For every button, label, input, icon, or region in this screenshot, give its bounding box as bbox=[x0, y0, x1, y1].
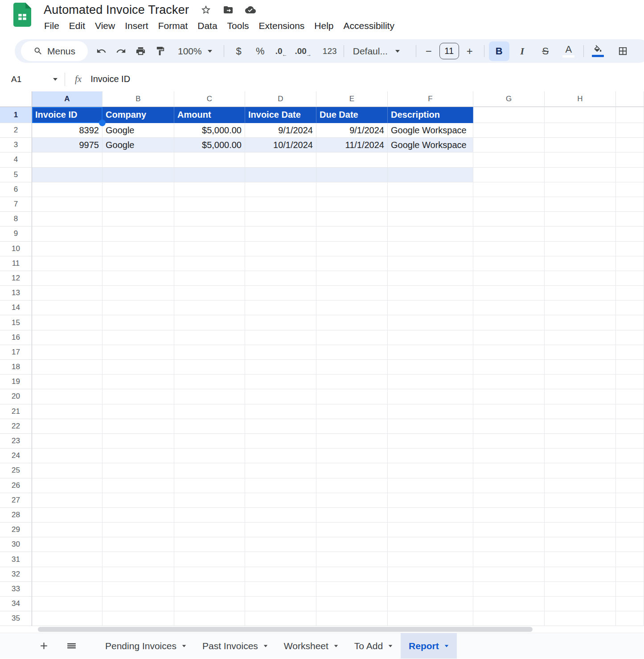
cell-X33[interactable] bbox=[616, 582, 644, 597]
cell-A26[interactable] bbox=[32, 478, 103, 493]
cell-E1[interactable]: Due Date bbox=[316, 107, 388, 123]
cell-A18[interactable] bbox=[32, 360, 103, 375]
cell-B26[interactable] bbox=[103, 478, 174, 493]
cell-A21[interactable] bbox=[32, 404, 103, 419]
row-header-13[interactable]: 13 bbox=[0, 286, 32, 301]
cell-E16[interactable] bbox=[316, 330, 388, 345]
cell-X15[interactable] bbox=[616, 315, 644, 330]
cell-B18[interactable] bbox=[103, 360, 174, 375]
cell-G16[interactable] bbox=[473, 330, 545, 345]
cell-F13[interactable] bbox=[388, 286, 473, 301]
cell-D17[interactable] bbox=[245, 345, 316, 360]
cell-H16[interactable] bbox=[545, 330, 616, 345]
cell-G8[interactable] bbox=[473, 212, 545, 227]
cell-A27[interactable] bbox=[32, 493, 103, 508]
cell-C14[interactable] bbox=[174, 301, 245, 315]
cell-B25[interactable] bbox=[103, 463, 174, 478]
cell-F32[interactable] bbox=[388, 567, 473, 582]
fill-color-button[interactable] bbox=[588, 41, 608, 61]
cell-X16[interactable] bbox=[616, 330, 644, 345]
cell-X12[interactable] bbox=[616, 271, 644, 286]
column-header-F[interactable]: F bbox=[388, 91, 473, 107]
format-currency-button[interactable]: $ bbox=[230, 41, 247, 61]
row-header-19[interactable]: 19 bbox=[0, 375, 32, 389]
cell-G7[interactable] bbox=[473, 197, 545, 212]
tab-past-invoices[interactable]: Past Invoices bbox=[194, 633, 276, 659]
cell-D26[interactable] bbox=[245, 478, 316, 493]
cell-B6[interactable] bbox=[103, 182, 174, 197]
column-header-H[interactable]: H bbox=[545, 91, 616, 107]
cell-E26[interactable] bbox=[316, 478, 388, 493]
cell-G25[interactable] bbox=[473, 463, 545, 478]
cell-X17[interactable] bbox=[616, 345, 644, 360]
cell-F25[interactable] bbox=[388, 463, 473, 478]
row-header-30[interactable]: 30 bbox=[0, 537, 32, 552]
text-color-button[interactable]: A bbox=[558, 41, 579, 61]
cell-C1[interactable]: Amount bbox=[174, 107, 245, 123]
cell-C33[interactable] bbox=[174, 582, 245, 597]
cell-H14[interactable] bbox=[545, 301, 616, 315]
cell-B31[interactable] bbox=[103, 552, 174, 567]
cell-E7[interactable] bbox=[316, 197, 388, 212]
cell-A2[interactable]: 8392 bbox=[32, 123, 103, 138]
cell-G30[interactable] bbox=[473, 537, 545, 552]
row-header-7[interactable]: 7 bbox=[0, 197, 32, 212]
cell-C30[interactable] bbox=[174, 537, 245, 552]
cell-D19[interactable] bbox=[245, 375, 316, 389]
formula-input[interactable]: Invoice ID bbox=[90, 74, 130, 84]
cell-H18[interactable] bbox=[545, 360, 616, 375]
cell-H9[interactable] bbox=[545, 227, 616, 241]
cell-F8[interactable] bbox=[388, 212, 473, 227]
cell-H31[interactable] bbox=[545, 552, 616, 567]
cell-E19[interactable] bbox=[316, 375, 388, 389]
cell-D5[interactable] bbox=[245, 168, 316, 182]
cell-B35[interactable] bbox=[103, 611, 174, 626]
cell-X2[interactable] bbox=[616, 123, 644, 138]
font-dropdown[interactable]: Defaul... bbox=[349, 41, 404, 61]
cell-F34[interactable] bbox=[388, 597, 473, 611]
cell-H5[interactable] bbox=[545, 168, 616, 182]
cell-G19[interactable] bbox=[473, 375, 545, 389]
decrease-font-size-button[interactable]: − bbox=[422, 41, 436, 61]
cell-X34[interactable] bbox=[616, 597, 644, 611]
row-header-2[interactable]: 2 bbox=[0, 123, 32, 138]
cell-G12[interactable] bbox=[473, 271, 545, 286]
cell-B34[interactable] bbox=[103, 597, 174, 611]
cell-E14[interactable] bbox=[316, 301, 388, 315]
cell-F33[interactable] bbox=[388, 582, 473, 597]
cell-C28[interactable] bbox=[174, 508, 245, 523]
cell-E18[interactable] bbox=[316, 360, 388, 375]
cell-A16[interactable] bbox=[32, 330, 103, 345]
cell-E10[interactable] bbox=[316, 242, 388, 256]
cell-F4[interactable] bbox=[388, 152, 473, 167]
cell-E32[interactable] bbox=[316, 567, 388, 582]
tab-report[interactable]: Report bbox=[401, 633, 457, 659]
cell-H26[interactable] bbox=[545, 478, 616, 493]
cell-G20[interactable] bbox=[473, 389, 545, 404]
cell-C9[interactable] bbox=[174, 227, 245, 241]
cell-C16[interactable] bbox=[174, 330, 245, 345]
cell-A35[interactable] bbox=[32, 611, 103, 626]
row-header-33[interactable]: 33 bbox=[0, 582, 32, 597]
row-header-8[interactable]: 8 bbox=[0, 212, 32, 227]
cell-F16[interactable] bbox=[388, 330, 473, 345]
cell-C26[interactable] bbox=[174, 478, 245, 493]
cell-F12[interactable] bbox=[388, 271, 473, 286]
row-header-35[interactable]: 35 bbox=[0, 611, 32, 626]
tab-worksheet[interactable]: Worksheet bbox=[276, 633, 346, 659]
cell-G22[interactable] bbox=[473, 419, 545, 434]
cell-X29[interactable] bbox=[616, 523, 644, 537]
cell-C17[interactable] bbox=[174, 345, 245, 360]
cell-A12[interactable] bbox=[32, 271, 103, 286]
cell-C27[interactable] bbox=[174, 493, 245, 508]
cell-B13[interactable] bbox=[103, 286, 174, 301]
cell-E31[interactable] bbox=[316, 552, 388, 567]
cell-E24[interactable] bbox=[316, 449, 388, 463]
cell-C23[interactable] bbox=[174, 434, 245, 449]
column-header-B[interactable]: B bbox=[103, 91, 174, 107]
row-header-12[interactable]: 12 bbox=[0, 271, 32, 286]
menu-file[interactable]: File bbox=[39, 19, 64, 33]
row-header-22[interactable]: 22 bbox=[0, 419, 32, 434]
cell-B30[interactable] bbox=[103, 537, 174, 552]
column-header-D[interactable]: D bbox=[245, 91, 316, 107]
